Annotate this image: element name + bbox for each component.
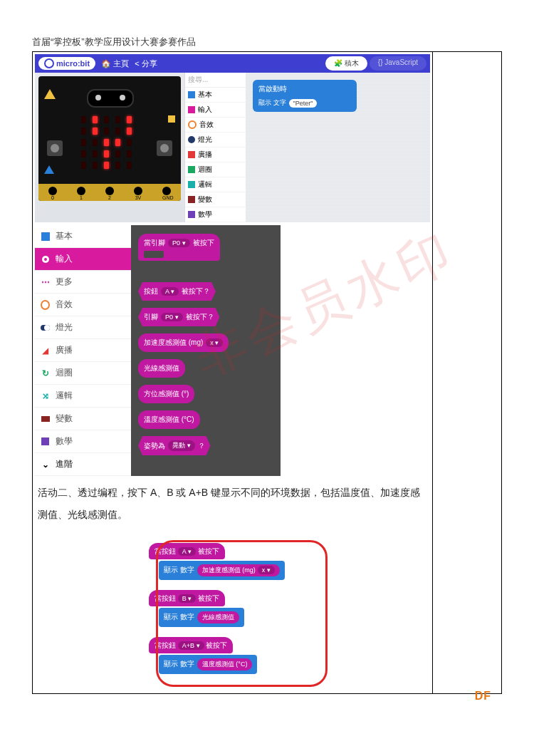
category-label: 音效 xyxy=(56,299,73,311)
block-gesture-bool[interactable]: 姿勢為 晃動 ▾ ？ xyxy=(138,436,211,455)
pin-dropdown[interactable]: P0 ▾ xyxy=(168,239,190,247)
category-flyout-screenshot: 基本輸入⋯更多音效燈光◢廣播↻迴圈⤨邏輯變數數學⌄進階 當引腳 P0 ▾ 被按下… xyxy=(35,225,430,476)
value-temperature[interactable]: 溫度感測值 (°C) xyxy=(197,658,253,670)
category-音效[interactable]: 音效 xyxy=(185,118,246,133)
category-廣播[interactable]: ◢廣播 xyxy=(35,339,131,362)
category-邏輯[interactable]: ⤨邏輯 xyxy=(35,385,131,408)
sim-button-a[interactable] xyxy=(47,140,63,156)
tab-javascript[interactable]: {} JavaScript xyxy=(370,56,426,71)
pin-label: 3V xyxy=(134,195,142,200)
tab-blocks[interactable]: 🧩 積木 xyxy=(325,56,367,71)
block-show-number-ab[interactable]: 顯示 數字 溫度感測值 (°C) xyxy=(159,655,257,674)
block-light-level[interactable]: 光線感測值 xyxy=(138,359,185,378)
block-on-pin-pressed[interactable]: 當引腳 P0 ▾ 被按下 xyxy=(138,234,220,261)
pin-dropdown[interactable]: P0 ▾ xyxy=(161,313,183,321)
block-on-button-a[interactable]: 當按鈕 A ▾ 被按下 xyxy=(149,543,225,559)
category-label: 音效 xyxy=(199,120,214,130)
led-22 xyxy=(104,162,109,169)
pin-hole-0 xyxy=(48,187,57,195)
category-數學[interactable]: 數學 xyxy=(35,430,131,453)
block-temperature[interactable]: 溫度感測值 (°C) xyxy=(138,410,200,429)
value-light[interactable]: 光線感測值 xyxy=(197,611,239,623)
tri-icon xyxy=(44,165,54,174)
led-21 xyxy=(93,162,98,169)
category-icon xyxy=(188,166,195,173)
label: 按鈕 xyxy=(144,286,158,296)
category-數學[interactable]: 數學 xyxy=(185,207,246,222)
nav-share[interactable]: < 分享 xyxy=(135,58,157,69)
category-更多[interactable]: ⋯更多 xyxy=(35,271,131,294)
label: 被按下？ xyxy=(186,312,214,322)
category-變數[interactable]: 變數 xyxy=(35,408,131,430)
block-show-number-a[interactable]: 顯示 數字 加速度感測值 (mg) x ▾ xyxy=(159,561,285,580)
category-icon xyxy=(41,254,50,264)
btn-dropdown[interactable]: B ▾ xyxy=(178,594,197,603)
category-icon xyxy=(41,300,50,309)
brand-logo-icon xyxy=(44,58,54,68)
category-燈光[interactable]: 燈光 xyxy=(185,133,246,147)
pin-hole-GND xyxy=(162,187,171,195)
category-label: 進階 xyxy=(56,458,73,470)
led-0 xyxy=(81,116,86,123)
block-pin-pressed-bool[interactable]: 引腳 P0 ▾ 被按下？ xyxy=(138,308,220,326)
block-acceleration[interactable]: 加速度感測值 (mg) x ▾ xyxy=(138,333,229,352)
block-button-pressed-bool[interactable]: 按鈕 A ▾ 被按下？ xyxy=(138,282,216,301)
category-icon xyxy=(188,196,195,203)
microbit-simulator: 0123VGND xyxy=(38,76,181,201)
led-23 xyxy=(115,162,120,169)
pin-hole-1 xyxy=(77,187,85,195)
edge-connector: 0123VGND xyxy=(38,184,181,201)
show-string-block[interactable]: 顯示 文字 "Peter" xyxy=(258,98,351,108)
category-基本[interactable]: 基本 xyxy=(185,88,246,103)
led-12 xyxy=(104,139,109,146)
value-acceleration[interactable]: 加速度感測值 (mg) x ▾ xyxy=(197,564,280,576)
led-grid xyxy=(81,116,134,169)
gesture-dropdown[interactable]: 晃動 ▾ xyxy=(168,440,195,451)
led-15 xyxy=(81,150,86,157)
category-變數[interactable]: 變數 xyxy=(185,192,246,207)
nav-home[interactable]: 🏠 主頁 xyxy=(101,58,129,69)
sim-button-b[interactable] xyxy=(157,140,172,156)
category-迴圈[interactable]: 迴圈 xyxy=(185,162,246,177)
led-20 xyxy=(81,162,86,169)
workspace[interactable]: 當啟動時 顯示 文字 "Peter" xyxy=(246,73,430,222)
btn-dropdown[interactable]: A ▾ xyxy=(178,547,196,556)
category-icon: ⤨ xyxy=(41,391,50,400)
category-迴圈[interactable]: ↻迴圈 xyxy=(35,362,131,385)
block-on-button-b[interactable]: 當按鈕 B ▾ 被按下 xyxy=(149,590,225,606)
category-邏輯[interactable]: 邏輯 xyxy=(185,177,246,192)
on-start-block[interactable]: 當啟動時 顯示 文字 "Peter" xyxy=(253,80,357,112)
btn-dropdown[interactable]: A+B ▾ xyxy=(178,641,204,650)
axis-dropdown[interactable]: x ▾ xyxy=(258,566,275,574)
block-show-number-b[interactable]: 顯示 數字 光線感測值 xyxy=(159,608,244,627)
category-廣播[interactable]: 廣播 xyxy=(185,147,246,162)
block-compass[interactable]: 方位感測值 (°) xyxy=(138,385,194,403)
category-輸入[interactable]: 輸入 xyxy=(35,248,131,271)
block-on-button-ab[interactable]: 當按鈕 A+B ▾ 被按下 xyxy=(149,637,233,653)
pin-label: GND xyxy=(162,195,171,200)
label: 當按鈕 xyxy=(155,547,176,555)
category-燈光[interactable]: 燈光 xyxy=(35,316,131,339)
led-7 xyxy=(104,128,109,135)
axis-dropdown[interactable]: x ▾ xyxy=(206,338,223,347)
category-進階[interactable]: ⌄進階 xyxy=(35,453,131,476)
category-基本[interactable]: 基本 xyxy=(35,225,131,248)
label: 顯示 數字 xyxy=(164,659,194,669)
category-音效[interactable]: 音效 xyxy=(35,294,131,316)
category-list-full: 基本輸入⋯更多音效燈光◢廣播↻迴圈⤨邏輯變數數學⌄進階 xyxy=(35,225,131,476)
pin-label: 2 xyxy=(105,195,114,200)
led-10 xyxy=(81,139,86,146)
btn-dropdown[interactable]: A ▾ xyxy=(161,287,179,296)
category-icon xyxy=(188,211,195,218)
show-label: 顯示 文字 xyxy=(258,98,286,108)
pin-hole-3V xyxy=(134,187,142,195)
category-輸入[interactable]: 輸入 xyxy=(185,103,246,118)
doc-header: 首届“掌控板”教学应用设计大赛参赛作品 xyxy=(32,36,502,48)
show-value[interactable]: "Peter" xyxy=(289,99,318,108)
face-icon xyxy=(87,89,134,108)
category-icon xyxy=(188,181,195,188)
category-icon xyxy=(41,232,50,241)
search-input[interactable]: 搜尋... xyxy=(185,73,246,88)
category-label: 更多 xyxy=(56,276,73,288)
decor-icon xyxy=(168,115,175,123)
